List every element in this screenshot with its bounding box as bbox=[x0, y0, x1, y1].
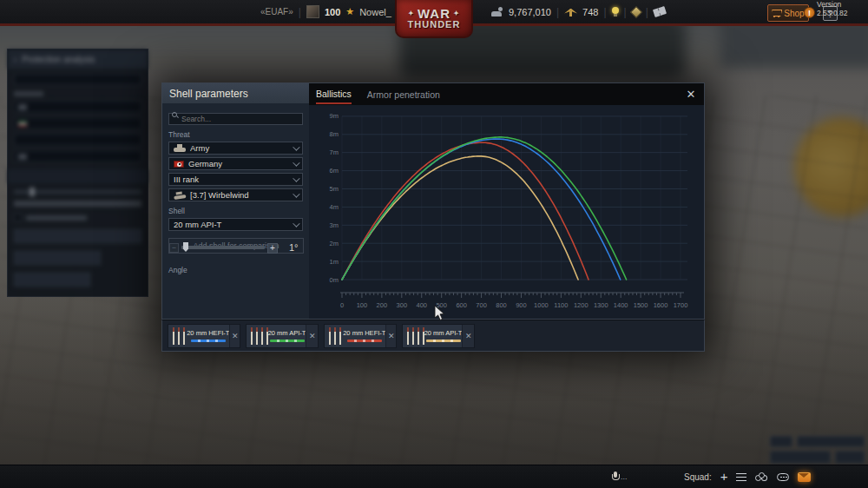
x-tick-label: 1300 bbox=[594, 301, 608, 309]
angle-increase-button[interactable]: + bbox=[267, 243, 278, 254]
angle-decrease-button[interactable]: − bbox=[169, 243, 179, 253]
y-tick-label: 7m bbox=[330, 148, 339, 156]
search-wrap bbox=[168, 109, 303, 125]
golden-eagles-amount: 748 bbox=[582, 7, 598, 17]
chip-close-icon[interactable]: ✕ bbox=[306, 325, 318, 347]
threat-dropdown-2[interactable]: III rank bbox=[168, 173, 303, 186]
squad-label: Squad: bbox=[684, 472, 712, 482]
mic-group: ... bbox=[612, 472, 628, 483]
angle-value: 1° bbox=[289, 242, 299, 253]
player-level: 100 bbox=[325, 7, 340, 17]
x-tick-label: 200 bbox=[377, 301, 388, 309]
trajectory-curve-20-mm-hefi-t bbox=[342, 142, 589, 280]
logo-star-icon: ✦ bbox=[450, 10, 460, 17]
vehicle-icon bbox=[173, 190, 186, 200]
angle-slider-row: − + 1° bbox=[162, 242, 310, 254]
currency-group: 9,767,010 | 748 | | | bbox=[490, 0, 666, 23]
shell-chip-3[interactable]: 20 mm API-T✕ bbox=[402, 324, 475, 348]
shell-dropdown-value: 20 mm API-T bbox=[174, 220, 288, 229]
y-tick-label: 3m bbox=[330, 221, 339, 229]
tab-armor-penetration[interactable]: Armor penetration bbox=[367, 85, 440, 103]
x-tick-label: 0 bbox=[340, 301, 344, 309]
chip-label: 20 mm API-T bbox=[268, 329, 306, 337]
search-input[interactable] bbox=[168, 113, 303, 125]
close-icon[interactable]: ✕ bbox=[683, 86, 699, 102]
chevron-down-icon bbox=[293, 159, 299, 166]
threat-dropdown-1[interactable]: Germany bbox=[168, 157, 303, 170]
y-tick-label: 2m bbox=[330, 240, 339, 247]
x-tick-label: 400 bbox=[417, 301, 428, 309]
logo-star-icon: ✦ bbox=[408, 10, 418, 17]
squad-add-icon[interactable]: + bbox=[720, 471, 728, 483]
research-bulb-icon[interactable] bbox=[612, 7, 619, 16]
player-name[interactable]: Nowel_ bbox=[359, 7, 391, 17]
dropdown-value: [3.7] Wirbelwind bbox=[190, 190, 288, 200]
shell-rounds-icon bbox=[249, 327, 268, 345]
x-tick-label: 300 bbox=[397, 301, 408, 309]
shop-label: Shop bbox=[784, 9, 804, 18]
germany-flag-icon bbox=[174, 161, 184, 168]
ballistics-chart-panel: Ballistics Armor penetration ✕ 0m1m2m3m4… bbox=[309, 82, 705, 320]
threat-dropdowns: ArmyGermanyIII rank[3.7] Wirbelwind bbox=[162, 142, 309, 201]
x-tick-label: 700 bbox=[476, 301, 487, 309]
chip-body: 20 mm API-T bbox=[268, 325, 306, 347]
silver-lions-icon bbox=[490, 7, 503, 17]
shell-chip-0[interactable]: 20 mm HEFI-T✕ bbox=[168, 324, 240, 348]
mail-icon[interactable] bbox=[798, 472, 811, 482]
angle-label: Angle bbox=[168, 266, 303, 274]
chip-close-icon[interactable]: ✕ bbox=[462, 325, 474, 347]
ballistics-chart: 0m1m2m3m4m5m6m7m8m9m01002003004005006007… bbox=[309, 105, 705, 320]
x-tick-label: 1400 bbox=[614, 301, 628, 309]
coupon-ticket-icon[interactable] bbox=[653, 6, 667, 17]
premium-gem-icon[interactable] bbox=[630, 5, 642, 17]
cart-icon bbox=[772, 9, 781, 17]
shell-chip-1[interactable]: 20 mm API-T✕ bbox=[246, 324, 319, 348]
chip-close-icon[interactable]: ✕ bbox=[229, 325, 240, 347]
prestige-star-icon: ★ bbox=[345, 6, 354, 17]
x-tick-label: 1600 bbox=[654, 301, 668, 309]
divider: | bbox=[299, 6, 301, 18]
clan-tag[interactable]: «EUAF» bbox=[260, 7, 293, 16]
chip-series-color bbox=[270, 340, 305, 342]
angle-slider-track[interactable] bbox=[181, 246, 265, 249]
x-tick-label: 1500 bbox=[634, 301, 648, 309]
x-tick-label: 1200 bbox=[574, 301, 589, 309]
x-tick-label: 800 bbox=[496, 301, 507, 309]
player-avatar[interactable] bbox=[306, 5, 319, 18]
logo-line1: ✦ WAR ✦ bbox=[408, 8, 460, 20]
threat-dropdown-3[interactable]: [3.7] Wirbelwind bbox=[168, 188, 303, 201]
chart-tab-bar: Ballistics Armor penetration ✕ bbox=[309, 83, 704, 105]
x-tick-label: 900 bbox=[516, 301, 527, 309]
x-tick-label: 600 bbox=[456, 301, 467, 309]
chat-icon[interactable] bbox=[777, 473, 789, 481]
shell-comparison-row: 20 mm HEFI-T✕20 mm API-T✕20 mm HEFI-T✕20… bbox=[161, 320, 705, 352]
shop-button[interactable]: Shop ! bbox=[767, 4, 809, 22]
shell-parameters-title: Shell parameters bbox=[162, 83, 309, 103]
player-group: «EUAF» | 100 ★ Nowel_ bbox=[260, 0, 391, 23]
war-thunder-logo[interactable]: ✦ WAR ✦ THUNDER bbox=[395, 0, 473, 38]
chip-body: 20 mm API-T bbox=[424, 325, 463, 347]
war-thunder-screen: ‹ Protection analysis bbox=[0, 0, 868, 488]
friends-icon[interactable] bbox=[755, 472, 768, 481]
shell-rounds-icon bbox=[171, 327, 187, 345]
tank-icon bbox=[174, 144, 186, 152]
angle-slider-handle[interactable] bbox=[183, 242, 188, 252]
divider: | bbox=[646, 6, 648, 18]
list-icon[interactable] bbox=[736, 473, 746, 481]
shell-label: Shell bbox=[168, 207, 303, 215]
dropdown-value: III rank bbox=[174, 175, 288, 184]
shell-dropdown[interactable]: 20 mm API-T bbox=[168, 218, 303, 231]
chip-body: 20 mm HEFI-T bbox=[187, 325, 229, 347]
tab-ballistics[interactable]: Ballistics bbox=[316, 84, 352, 104]
ballistics-modal: Shell parameters Threat ArmyGermanyIII r… bbox=[161, 82, 705, 352]
y-tick-label: 5m bbox=[330, 185, 339, 193]
chip-series-color bbox=[191, 340, 226, 342]
shell-rounds-icon bbox=[327, 327, 343, 345]
chip-close-icon[interactable]: ✕ bbox=[385, 325, 396, 347]
microphone-icon[interactable] bbox=[612, 472, 618, 483]
threat-dropdown-0[interactable]: Army bbox=[168, 142, 303, 155]
divider: | bbox=[624, 6, 627, 18]
y-tick-label: 9m bbox=[330, 112, 339, 120]
shell-chip-2[interactable]: 20 mm HEFI-T✕ bbox=[324, 324, 397, 348]
chevron-down-icon bbox=[293, 190, 299, 197]
